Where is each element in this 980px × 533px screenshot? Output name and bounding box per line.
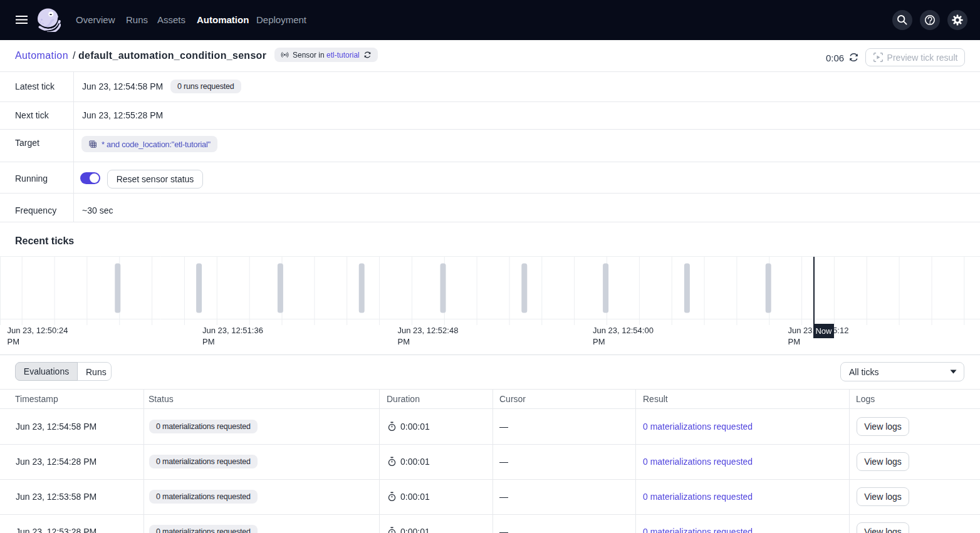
svg-text:Jun 23, 12:51:36: Jun 23, 12:51:36 bbox=[202, 326, 263, 335]
svg-text:Now: Now bbox=[815, 326, 832, 336]
svg-text:PM: PM bbox=[788, 337, 801, 346]
svg-text:PM: PM bbox=[593, 337, 605, 346]
svg-text:PM: PM bbox=[398, 337, 410, 346]
svg-text:Jun 23, 12:50:24: Jun 23, 12:50:24 bbox=[8, 326, 68, 335]
svg-text:PM: PM bbox=[8, 337, 20, 346]
svg-text:PM: PM bbox=[202, 337, 215, 346]
svg-text:Jun 23, 12:54:00: Jun 23, 12:54:00 bbox=[593, 326, 654, 335]
svg-text:Jun 23, 12:52:48: Jun 23, 12:52:48 bbox=[398, 326, 459, 335]
